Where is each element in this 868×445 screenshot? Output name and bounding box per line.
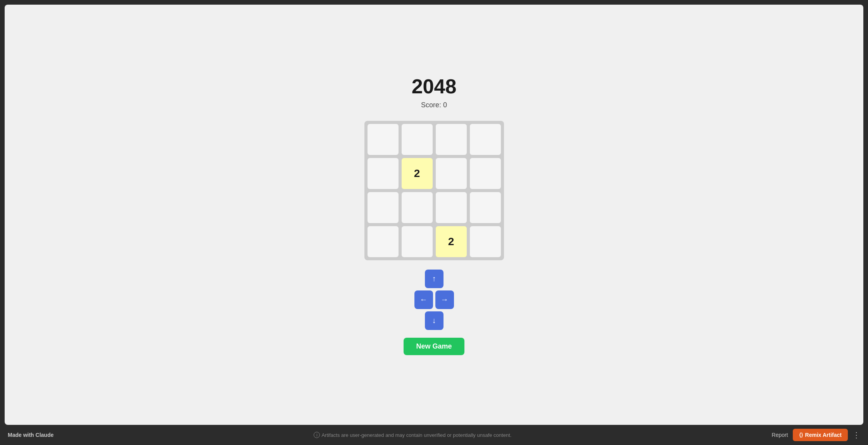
tile-9 bbox=[402, 192, 433, 223]
tile-8 bbox=[368, 192, 399, 223]
right-button[interactable]: → bbox=[435, 290, 454, 309]
made-with-text: Made with bbox=[8, 432, 36, 438]
remix-label: Remix Artifact bbox=[805, 432, 842, 438]
report-button[interactable]: Report bbox=[772, 432, 788, 438]
footer-attribution: Made with Claude bbox=[8, 432, 53, 438]
left-button[interactable]: ← bbox=[414, 290, 433, 309]
tile-11 bbox=[470, 192, 501, 223]
controls-bottom-row: ↓ bbox=[425, 311, 443, 330]
tile-4 bbox=[368, 158, 399, 189]
tile-2 bbox=[436, 124, 467, 155]
tile-14: 2 bbox=[436, 226, 467, 257]
game-title: 2048 bbox=[412, 75, 457, 98]
game-board: 22 bbox=[364, 121, 504, 260]
controls-area: ↑ ← → ↓ bbox=[414, 270, 454, 330]
footer: Made with Claude i Artifacts are user-ge… bbox=[0, 425, 868, 445]
tile-13 bbox=[402, 226, 433, 257]
tile-7 bbox=[470, 158, 501, 189]
remix-icon: ⟨⟩ bbox=[799, 432, 803, 438]
score-display: Score: 0 bbox=[421, 101, 447, 109]
footer-disclaimer: i Artifacts are user-generated and may c… bbox=[314, 432, 511, 438]
down-button[interactable]: ↓ bbox=[425, 311, 443, 330]
info-icon: i bbox=[314, 432, 320, 438]
controls-top-row: ↑ bbox=[425, 270, 443, 288]
claude-label: Claude bbox=[36, 432, 54, 438]
controls-middle-row: ← → bbox=[414, 290, 454, 309]
more-options-button[interactable]: ⋮ bbox=[852, 430, 860, 440]
remix-button[interactable]: ⟨⟩ Remix Artifact bbox=[793, 429, 848, 441]
tile-0 bbox=[368, 124, 399, 155]
new-game-button[interactable]: New Game bbox=[404, 338, 464, 355]
tile-1 bbox=[402, 124, 433, 155]
tile-15 bbox=[470, 226, 501, 257]
game-container: 2048 Score: 0 22 ↑ ← → ↓ New Game bbox=[5, 5, 863, 425]
tile-6 bbox=[436, 158, 467, 189]
tile-10 bbox=[436, 192, 467, 223]
up-button[interactable]: ↑ bbox=[425, 270, 443, 288]
disclaimer-text: Artifacts are user-generated and may con… bbox=[321, 432, 511, 438]
footer-actions: Report ⟨⟩ Remix Artifact ⋮ bbox=[772, 429, 860, 441]
tile-12 bbox=[368, 226, 399, 257]
tile-5: 2 bbox=[402, 158, 433, 189]
tile-3 bbox=[470, 124, 501, 155]
